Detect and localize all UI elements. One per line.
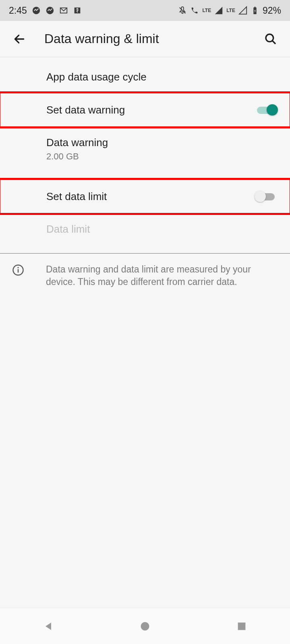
toggle-set-data-warning[interactable] (255, 103, 278, 117)
battery-charging-icon (251, 6, 259, 15)
square-recent-icon (236, 621, 247, 632)
row-value: 2.00 GB (46, 151, 278, 162)
info-row: Data warning and data limit are measured… (0, 254, 290, 298)
app-bar: Data warning & limit (0, 21, 290, 57)
row-set-data-limit[interactable]: Set data limit (12, 180, 278, 213)
triangle-back-icon (43, 621, 54, 632)
lte-label: LTE (202, 8, 211, 13)
svg-rect-5 (254, 7, 256, 8)
messenger-icon (46, 6, 54, 15)
toggle-set-data-limit[interactable] (255, 189, 278, 204)
row-label: App data usage cycle (46, 71, 278, 83)
wifi-call-icon (190, 6, 199, 15)
usb-icon (73, 6, 82, 15)
back-button[interactable] (11, 31, 27, 47)
svg-rect-11 (238, 622, 246, 630)
row-data-warning[interactable]: Data warning 2.00 GB (12, 127, 278, 171)
messenger-icon (32, 6, 41, 15)
nav-home-button[interactable] (138, 619, 152, 634)
page-title: Data warning & limit (44, 31, 263, 46)
row-label: Set data limit (46, 190, 255, 203)
nav-back-button[interactable] (41, 619, 56, 634)
svg-point-6 (266, 34, 273, 42)
info-icon (12, 264, 24, 276)
lte-label: LTE (226, 8, 235, 13)
row-data-limit: Data limit (12, 213, 278, 245)
circle-home-icon (139, 621, 151, 632)
row-app-data-cycle[interactable]: App data usage cycle (12, 61, 278, 93)
dnd-icon (178, 6, 187, 15)
navigation-bar (0, 608, 290, 644)
status-time: 2:45 (9, 5, 27, 16)
search-button[interactable] (263, 31, 279, 47)
row-label: Data warning (46, 136, 278, 149)
signal-empty-icon (238, 6, 247, 15)
svg-point-9 (17, 267, 19, 268)
signal-icon (214, 6, 223, 15)
gmail-icon (59, 6, 68, 15)
arrow-back-icon (13, 33, 26, 45)
info-text: Data warning and data limit are measured… (36, 263, 278, 288)
row-set-data-warning[interactable]: Set data warning (12, 93, 278, 127)
svg-point-10 (141, 622, 149, 630)
nav-recent-button[interactable] (234, 619, 249, 634)
row-label: Data limit (46, 223, 278, 235)
settings-list: App data usage cycle Set data warning Da… (0, 57, 290, 298)
row-label: Set data warning (46, 104, 255, 116)
battery-percent: 92% (263, 5, 281, 16)
search-icon (264, 33, 277, 45)
status-bar: 2:45 LTE LTE 92% (0, 0, 290, 21)
